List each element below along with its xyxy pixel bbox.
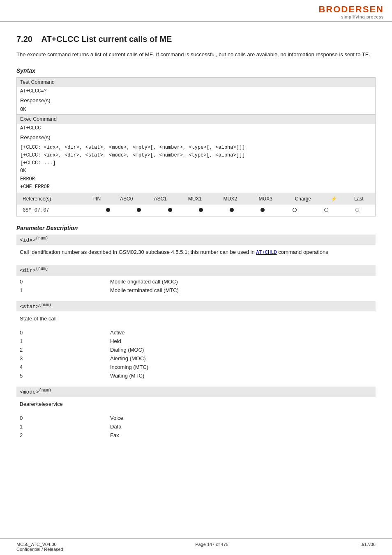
reference-header-row: Reference(s) PIN ASC0 ASC1 MUX1 MUX2 MUX… <box>17 193 376 205</box>
stat-val-4: 4 <box>16 363 107 371</box>
stat-row-2: 2 Dialing (MOC) <box>16 345 376 354</box>
exec-response-lines: [+CLCC: <idx>, <dir>, <stat>, <mode>, <m… <box>17 142 376 193</box>
mode-val-0: 0 <box>16 414 107 422</box>
reference-data-row: GSM 07.07 <box>17 205 376 216</box>
mux3-header: MUX3 <box>248 194 283 203</box>
dir-val-0: 0 <box>16 277 107 286</box>
stat-desc-0: Active <box>107 328 376 337</box>
param-idx: <idx>(num) Call identification number as… <box>16 235 376 259</box>
exec-command-header-row: Exec Command <box>17 114 376 124</box>
param-idx-type: (num) <box>36 236 48 241</box>
stat-desc-3: Alerting (MOC) <box>107 354 376 363</box>
mux1-dot <box>185 206 216 215</box>
asc1-header: ASC1 <box>143 194 177 203</box>
mux3-dot <box>247 206 278 215</box>
pin-filled-icon <box>106 208 110 212</box>
mux2-dot <box>217 206 247 215</box>
page-footer: MC55_ATC_V04.00 Confidential / Released … <box>0 538 392 555</box>
dir-desc-1: Mobile terminated call (MTC) <box>107 286 376 295</box>
param-stat-type: (num) <box>39 303 51 307</box>
param-idx-description: Call identification number as described … <box>16 246 376 258</box>
footer-page: Page 147 of 475 <box>195 542 228 552</box>
charge-empty-icon <box>293 208 297 212</box>
param-mode-desc: Bearer/teleservice <box>16 398 376 410</box>
page-header: BRODERSEN simplifying process <box>0 0 392 22</box>
exec-response-label: Response(s) <box>17 133 376 142</box>
last-header: Last <box>345 194 373 203</box>
ref-values-row: GSM 07.07 <box>19 206 373 215</box>
test-command-header-row: Test Command <box>17 77 376 87</box>
stat-row-4: 4 Incoming (MTC) <box>16 363 376 371</box>
param-dir-header: <dir>(num) <box>16 265 376 275</box>
stat-val-1: 1 <box>16 337 107 345</box>
section-title: 7.20 AT+CLCC List current calls of ME <box>16 35 376 44</box>
footer-doc-id: MC55_ATC_V04.00 <box>16 542 63 547</box>
mux1-filled-icon <box>199 208 203 212</box>
exec-command-label: Exec Command <box>17 114 376 124</box>
test-command-row: AT+CLCC=? <box>17 87 376 96</box>
last-empty-icon <box>355 208 359 212</box>
gear-empty-icon <box>324 208 328 212</box>
syntax-table: Test Command AT+CLCC=? Response(s) OK Ex… <box>16 77 376 216</box>
test-command-label: Test Command <box>17 77 376 87</box>
test-command-value: AT+CLCC=? <box>17 87 376 96</box>
param-mode-header: <mode>(num) <box>16 387 376 397</box>
exec-command-value: AT+CLCC <box>17 124 376 133</box>
param-idx-header: <idx>(num) <box>16 235 376 245</box>
param-stat-desc: State of the call <box>16 313 376 325</box>
section-description: The execute command returns a list of cu… <box>16 51 376 59</box>
ref-value: GSM 07.07 <box>19 206 92 215</box>
last-dot <box>342 206 373 215</box>
asc0-filled-icon <box>137 208 141 212</box>
param-dir: <dir>(num) 0 Mobile originated call (MOC… <box>16 265 376 294</box>
footer-date: 3/17/06 <box>360 542 376 552</box>
mux1-header: MUX1 <box>177 194 212 203</box>
test-ok-row: OK <box>17 105 376 115</box>
test-response-label-row: Response(s) <box>17 96 376 105</box>
stat-desc-1: Held <box>107 337 376 345</box>
ref-label-header: Reference(s) <box>19 194 84 203</box>
logo: BRODERSEN simplifying process <box>318 4 384 19</box>
param-description-heading: Parameter Description <box>16 225 376 231</box>
charge-dot <box>278 206 311 215</box>
stat-row-1: 1 Held <box>16 337 376 345</box>
asc0-header: ASC0 <box>109 194 143 203</box>
mux2-filled-icon <box>230 208 234 212</box>
mode-desc-1: Data <box>107 422 376 431</box>
param-dir-type: (num) <box>36 267 48 271</box>
stat-desc-5: Waiting (MTC) <box>107 371 376 380</box>
stat-val-0: 0 <box>16 328 107 337</box>
param-mode-type: (num) <box>39 388 51 393</box>
footer-confidentiality: Confidential / Released <box>16 547 63 552</box>
mode-val-2: 2 <box>16 431 107 440</box>
stat-val-5: 5 <box>16 371 107 380</box>
mode-desc-2: Fax <box>107 431 376 440</box>
test-response-label: Response(s) <box>17 96 376 105</box>
mode-desc-0: Voice <box>107 414 376 422</box>
logo-name: BRODERSEN <box>318 4 384 15</box>
asc0-dot <box>124 206 154 215</box>
mode-row-0: 0 Voice <box>16 414 376 422</box>
stat-desc-2: Dialing (MOC) <box>107 345 376 354</box>
mux3-filled-icon <box>261 208 265 212</box>
exec-response-label-row: Response(s) <box>17 133 376 142</box>
charge-header: Charge <box>283 194 323 203</box>
test-ok-value: OK <box>17 105 376 115</box>
mux2-header: MUX2 <box>212 194 248 203</box>
asc1-filled-icon <box>168 208 172 212</box>
stat-row-0: 0 Active <box>16 328 376 337</box>
gear-header: ⚡ <box>323 194 345 203</box>
dir-row-0: 0 Mobile originated call (MOC) <box>16 277 376 286</box>
stat-val-2: 2 <box>16 345 107 354</box>
stat-desc-4: Incoming (MTC) <box>107 363 376 371</box>
at-chld-link[interactable]: AT+CHLD <box>256 250 277 256</box>
mode-row-2: 2 Fax <box>16 431 376 440</box>
param-stat-table: 0 Active 1 Held 2 Dialing (MOC) 3 Alerti… <box>16 328 376 380</box>
pin-dot <box>92 206 123 215</box>
exec-command-row: AT+CLCC <box>17 124 376 133</box>
ref-cols-header: Reference(s) PIN ASC0 ASC1 MUX1 MUX2 MUX… <box>19 194 373 203</box>
dir-val-1: 1 <box>16 286 107 295</box>
ref-header-table: Reference(s) PIN ASC0 ASC1 MUX1 MUX2 MUX… <box>19 194 373 203</box>
main-content: 7.20 AT+CLCC List current calls of ME Th… <box>0 22 392 463</box>
exec-response-lines-row: [+CLCC: <idx>, <dir>, <stat>, <mode>, <m… <box>17 142 376 193</box>
